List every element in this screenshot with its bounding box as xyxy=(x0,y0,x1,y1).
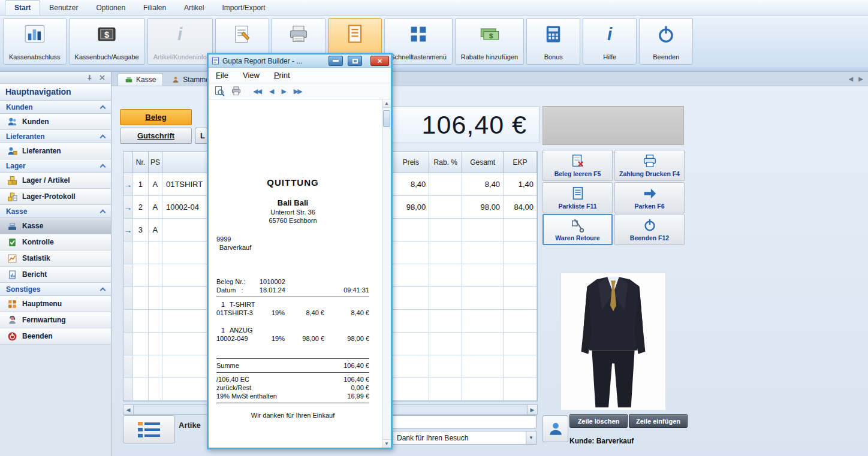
menu-item-file[interactable]: File xyxy=(216,71,228,80)
tab-scroll-arrows: ◀ ▶ xyxy=(849,76,863,82)
payment-row: zurück/Rest0,00 € xyxy=(216,383,369,392)
menu-item-optionen[interactable]: Optionen xyxy=(87,0,134,15)
previous-page-icon[interactable]: ◀ xyxy=(269,87,273,95)
sidebar-item-kasse[interactable]: Kasse xyxy=(0,218,111,234)
sidebar-header-strip xyxy=(0,72,111,84)
sidebar-section-lieferanten[interactable]: Lieferanten xyxy=(0,130,111,143)
ribbon-button-kassenabschluss[interactable]: Kassenabschluss xyxy=(3,18,67,65)
sidebar-item-label: Lager-Protokoll xyxy=(22,192,76,201)
dialog-title-bar[interactable]: Gupta Report Builder - ... × xyxy=(209,55,391,68)
tab-kasse[interactable]: Kasse xyxy=(117,73,163,86)
ribbon-button-beenden[interactable]: Beenden xyxy=(639,18,693,65)
print-icon[interactable] xyxy=(230,85,242,97)
scroll-right-icon[interactable]: ▶ xyxy=(527,405,537,414)
sidebar-item-lager-artikel[interactable]: Lager / Artikel xyxy=(0,173,111,189)
tab-scroll-left-icon[interactable]: ◀ xyxy=(849,76,854,82)
column-header-ekp[interactable]: EKP xyxy=(504,152,537,173)
scroll-down-icon[interactable]: ▼ xyxy=(382,439,391,448)
ribbon-button-hilfe[interactable]: i Hilfe xyxy=(583,18,637,65)
menu-item-filialen[interactable]: Filialen xyxy=(134,0,175,15)
waren-retoure-button[interactable]: Waren Retoure xyxy=(542,214,613,245)
beleg-leeren-button[interactable]: Beleg leeren F5 xyxy=(542,150,613,181)
customer-button[interactable] xyxy=(542,415,568,442)
chevron-up-icon xyxy=(100,288,106,294)
svg-text:i: i xyxy=(177,25,183,44)
product-image xyxy=(560,273,666,410)
close-button[interactable]: × xyxy=(370,56,389,66)
zeile-loeschen-button[interactable]: Zeile löschen xyxy=(569,414,628,428)
receipt-number-row: Beleg Nr.: 1010002 xyxy=(216,277,369,286)
button-label: Waren Retoure xyxy=(555,234,599,241)
section-header-label: Lager xyxy=(6,162,26,170)
zeile-einfuegen-button[interactable]: Zeile einfügen xyxy=(629,414,688,428)
sidebar-item-kontrolle[interactable]: Kontrolle xyxy=(0,234,111,250)
zahlung-drucken-button[interactable]: Zahlung Drucken F4 xyxy=(614,150,685,181)
menu-item-view[interactable]: View xyxy=(243,71,260,80)
register-icon xyxy=(125,76,133,84)
help-icon: i xyxy=(599,23,620,45)
menu-item-artikel[interactable]: Artikel xyxy=(175,0,213,15)
scroll-left-icon[interactable]: ◀ xyxy=(123,405,134,414)
sidebar-item-kunden[interactable]: Kunden xyxy=(0,114,111,130)
ribbon-button-label: Kassenbuch/Ausgabe xyxy=(75,53,139,61)
menu-item-import-export[interactable]: Import/Export xyxy=(213,0,274,15)
ribbon-button-label: Schnelltastenmenü xyxy=(390,53,447,61)
column-header-preis[interactable]: Preis xyxy=(393,152,429,173)
sidebar-item-beenden[interactable]: Beenden xyxy=(0,328,111,345)
gutschrift-button[interactable]: Gutschrift xyxy=(120,128,192,144)
close-icon[interactable] xyxy=(99,73,106,83)
first-page-icon[interactable]: ◀◀ xyxy=(253,87,261,95)
next-page-icon[interactable]: ▶ xyxy=(281,87,285,95)
row-marker-icon: → xyxy=(123,203,132,212)
sidebar-item-label: Statistik xyxy=(22,254,50,262)
store-address-2: 65760 Eschborn xyxy=(216,216,369,225)
ribbon-button-schnelltasten[interactable]: Schnelltastenmenü xyxy=(384,18,453,65)
ribbon-button-kassenbuch[interactable]: $ Kassenbuch/Ausgabe xyxy=(69,18,145,65)
remote-support-icon xyxy=(7,315,17,325)
minimize-button[interactable] xyxy=(328,56,343,66)
sidebar-section-lager[interactable]: Lager xyxy=(0,159,111,173)
column-header-rab[interactable]: Rab. % xyxy=(429,152,462,173)
beenden-f12-button[interactable]: Beenden F12 xyxy=(614,214,685,245)
sidebar-title: Hauptnavigation xyxy=(0,84,111,101)
sidebar-item-hauptmenu[interactable]: Hauptmenu xyxy=(0,296,111,312)
sidebar-item-label: Bericht xyxy=(22,270,47,279)
info-icon: i xyxy=(169,23,191,45)
tab-scroll-right-icon[interactable]: ▶ xyxy=(858,76,863,82)
receipt-footer-note: Wir danken für Ihren Einkauf xyxy=(216,411,369,419)
ribbon-button-rabatte[interactable]: $ Rabatte hinzufügen xyxy=(455,18,524,65)
sidebar-item-lieferanten[interactable]: Lieferanten xyxy=(0,143,111,159)
sidebar-item-fernwartung[interactable]: Fernwartung xyxy=(0,312,111,328)
print-preview-icon[interactable] xyxy=(213,85,225,97)
report-preview: QUITTUNG Bali Bali Unterort Str. 36 6576… xyxy=(209,99,391,448)
ribbon-button-bonus[interactable]: Bonus xyxy=(526,18,580,65)
menu-item-print[interactable]: Print xyxy=(274,71,290,80)
column-header-nr[interactable]: Nr. xyxy=(133,152,149,173)
sidebar-item-label: Kontrolle xyxy=(22,238,54,246)
parkliste-button[interactable]: Parkliste F11 xyxy=(542,182,613,213)
sidebar-item-bericht[interactable]: Bericht xyxy=(0,267,111,283)
greeting-dropdown[interactable]: Dank für Ihren Besuch ▼ xyxy=(393,431,537,445)
column-header-gesamt[interactable]: Gesamt xyxy=(462,152,504,173)
person-icon xyxy=(548,421,563,437)
sidebar-section-kasse[interactable]: Kasse xyxy=(0,205,111,218)
scroll-up-icon[interactable]: ▲ xyxy=(382,99,391,108)
article-list-button[interactable] xyxy=(123,415,175,443)
sidebar-section-kunden[interactable]: Kunden xyxy=(0,101,111,114)
scrollbar-thumb[interactable] xyxy=(383,110,390,127)
menu-item-benutzer[interactable]: Benutzer xyxy=(40,0,87,15)
parken-button[interactable]: Parken F6 xyxy=(614,182,685,213)
maximize-button[interactable] xyxy=(348,56,362,66)
column-header-ps[interactable]: PS xyxy=(149,152,162,173)
menu-item-start[interactable]: Start xyxy=(5,0,40,15)
last-page-icon[interactable]: ▶▶ xyxy=(294,87,302,95)
vertical-scrollbar[interactable]: ▲ ▼ xyxy=(382,99,391,448)
ribbon-button-label: Rabatte hinzufügen xyxy=(461,53,518,61)
sidebar-section-sonstiges[interactable]: Sonstiges xyxy=(0,283,111,296)
pin-icon[interactable] xyxy=(86,73,93,83)
chevron-down-icon[interactable]: ▼ xyxy=(526,431,536,444)
beleg-button[interactable]: Beleg xyxy=(120,109,192,125)
sidebar-item-statistik[interactable]: Statistik xyxy=(0,250,111,267)
sidebar: Hauptnavigation Kunden Kunden Lieferante… xyxy=(0,72,111,456)
sidebar-item-lager-protokoll[interactable]: Lager-Protokoll xyxy=(0,189,111,205)
